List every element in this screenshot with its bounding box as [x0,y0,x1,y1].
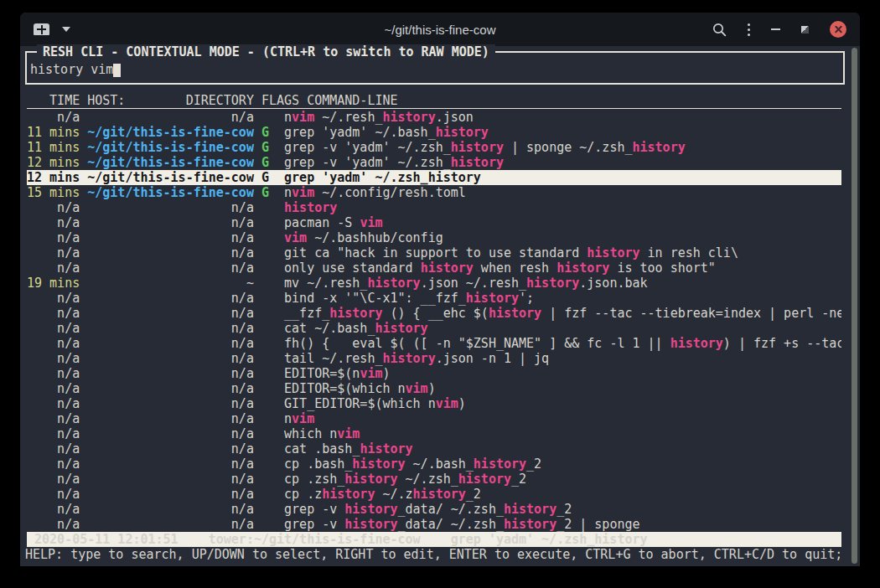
search-query-text: history vim [30,62,113,77]
table-header: TIME HOST: DIRECTORY FLAGS COMMAND-LINE [27,93,841,109]
chevron-down-icon[interactable] [62,27,70,32]
search-input[interactable]: history vim [30,62,121,77]
restore-button[interactable] [801,26,809,34]
text-cursor [113,64,121,77]
history-row[interactable]: n/a n/a vim ~/.bashhub/config [27,230,841,245]
history-row[interactable]: n/a n/a nvim ~/.resh_history.json [27,110,841,125]
history-row[interactable]: n/a n/a GIT_EDITOR=$(which nvim) [27,396,841,411]
search-box: RESH CLI - CONTEXTUAL MODE - (CTRL+R to … [25,51,845,85]
titlebar: ~/git/this-is-fine-cow [20,13,860,46]
history-row[interactable]: n/a n/a tail ~/.resh_history.json -n 1 |… [27,351,841,366]
history-row-selected[interactable]: 12 mins ~/git/this-is-fine-cow G grep 'y… [27,170,841,185]
history-row[interactable]: 15 mins ~/git/this-is-fine-cow G nvim ~/… [27,185,841,200]
search-box-title: RESH CLI - CONTEXTUAL MODE - (CTRL+R to … [37,44,495,59]
menu-kebab-icon[interactable] [748,23,750,36]
history-row[interactable]: n/a n/a pacman -S vim [27,215,841,230]
scrollbar-thumb[interactable] [852,48,857,564]
history-row[interactable]: 11 mins ~/git/this-is-fine-cow G grep -v… [27,140,841,155]
history-row[interactable]: n/a n/a fh() { eval $( ([ -n "$ZSH_NAME"… [27,336,841,351]
help-line: HELP: type to search, UP/DOWN to select,… [25,547,840,562]
history-row[interactable]: n/a n/a cp .zsh_history ~/.zsh_history_2 [27,472,841,487]
history-row[interactable]: n/a n/a history [27,200,841,215]
history-row[interactable]: n/a n/a cat ~/.bash_history [27,321,841,336]
history-row[interactable]: n/a n/a git ca "hack in support to use s… [27,245,841,260]
history-row[interactable]: 12 mins ~/git/this-is-fine-cow G grep -v… [27,155,841,170]
minimize-button[interactable] [771,28,780,30]
history-row[interactable]: 11 mins ~/git/this-is-fine-cow G grep 'y… [27,125,841,140]
history-row[interactable]: n/a n/a cp .bash_history ~/.bash_history… [27,456,841,472]
history-row[interactable]: n/a n/a grep -v history_data/ ~/.zsh_his… [27,502,841,517]
history-row[interactable]: n/a n/a cat .bash_history [27,441,841,456]
history-row[interactable]: n/a n/a which nvim [27,426,841,441]
terminal-content: RESH CLI - CONTEXTUAL MODE - (CTRL+R to … [20,46,860,566]
history-row[interactable]: n/a n/a cp .zhistory ~/.zhistory_2 [27,487,841,502]
history-row[interactable]: n/a n/a __fzf_history () { __ehc $(histo… [27,306,841,321]
history-row[interactable]: n/a n/a EDITOR=$(nvim) [27,366,841,381]
history-row[interactable]: 19 mins ~ mv ~/.resh_history.json ~/.res… [27,276,841,291]
scrollbar[interactable] [851,48,858,564]
history-row[interactable]: n/a n/a bind -x '"\C-x1": __fzf_history'… [27,291,841,306]
history-row[interactable]: n/a n/a EDITOR=$(which nvim) [27,381,841,396]
history-list: n/a n/a nvim ~/.resh_history.json11 mins… [27,110,841,532]
terminal-window: ~/git/this-is-fine-cow RESH CLI - CONTEX… [20,13,860,566]
search-icon[interactable] [712,23,727,37]
history-row[interactable]: n/a n/a nvim [27,411,841,426]
status-bar: 2020-05-11 12:01:51 tower:~/git/this-is-… [27,532,841,547]
history-row[interactable]: n/a n/a grep -v history_data/ ~/.zsh_his… [27,517,841,532]
new-tab-icon[interactable] [34,23,49,35]
close-button[interactable] [830,21,846,38]
history-row[interactable]: n/a n/a only use standard history when r… [27,260,841,276]
